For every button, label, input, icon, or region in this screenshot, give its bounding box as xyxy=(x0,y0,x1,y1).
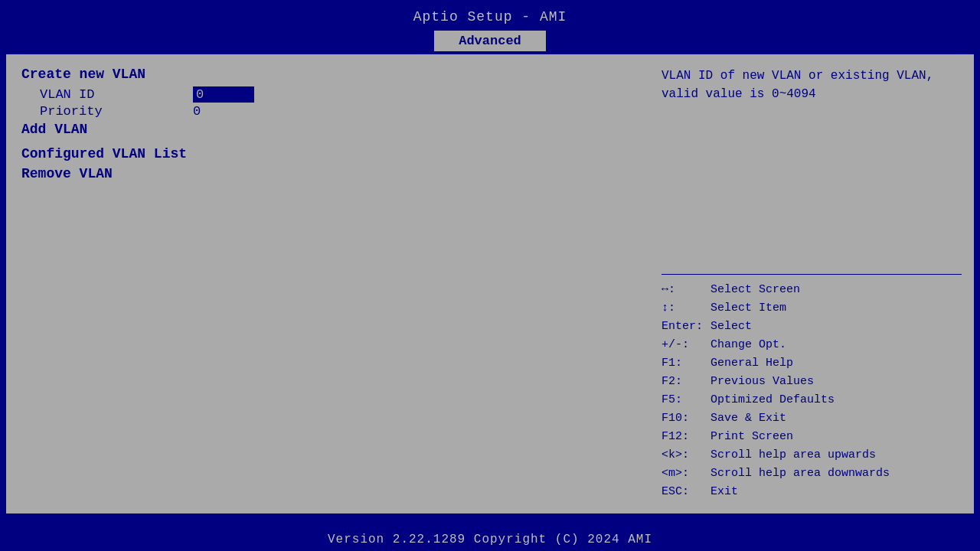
keybinding-key: ↕: xyxy=(662,299,707,318)
main-content: Create new VLAN VLAN ID 0 Priority 0 Add… xyxy=(6,54,974,514)
keybinding-key: F2: xyxy=(662,373,707,391)
keybinding-desc: Select xyxy=(710,318,752,336)
keybinding-key: F1: xyxy=(662,354,707,373)
header-title: Aptio Setup - AMI xyxy=(0,0,980,31)
keybinding-row: F12:Print Screen xyxy=(662,428,962,446)
keybinding-row: F2:Previous Values xyxy=(662,373,962,391)
help-text: VLAN ID of new VLAN or existing VLAN, va… xyxy=(662,67,962,268)
keybinding-key: <k>: xyxy=(662,446,707,465)
keybinding-desc: Exit xyxy=(710,483,738,501)
keybinding-key: <m>: xyxy=(662,465,707,483)
keybinding-desc: Print Screen xyxy=(710,428,793,446)
keybinding-key: +/-: xyxy=(662,336,707,354)
keybinding-desc: Previous Values xyxy=(710,373,814,391)
configured-vlan-title: Configured VLAN List xyxy=(21,146,634,161)
keybinding-key: F10: xyxy=(662,409,707,428)
keybinding-desc: Change Opt. xyxy=(710,336,786,354)
tab-bar: Advanced xyxy=(0,31,980,51)
keybindings-section: ↔:Select Screen↕:Select ItemEnter:Select… xyxy=(662,281,962,501)
keybinding-key: ESC: xyxy=(662,483,707,501)
vlan-id-label: VLAN ID xyxy=(40,87,193,102)
left-panel: Create new VLAN VLAN ID 0 Priority 0 Add… xyxy=(6,54,649,514)
keybinding-desc: Save & Exit xyxy=(710,409,786,428)
keybinding-row: ↕:Select Item xyxy=(662,299,962,318)
keybinding-row: Enter:Select xyxy=(662,318,962,336)
keybinding-desc: General Help xyxy=(710,354,793,373)
priority-row: Priority 0 xyxy=(21,104,634,119)
keybinding-row: +/-:Change Opt. xyxy=(662,336,962,354)
tab-advanced[interactable]: Advanced xyxy=(434,31,546,51)
priority-value: 0 xyxy=(193,104,201,119)
keybinding-row: F10:Save & Exit xyxy=(662,409,962,428)
app-title: Aptio Setup - AMI xyxy=(413,9,567,24)
keybinding-row: <k>:Scroll help area upwards xyxy=(662,446,962,465)
keybinding-desc: Scroll help area upwards xyxy=(710,446,876,465)
keybinding-key: F12: xyxy=(662,428,707,446)
keybinding-key: Enter: xyxy=(662,318,707,336)
keybinding-row: ↔:Select Screen xyxy=(662,281,962,299)
keybinding-desc: Scroll help area downwards xyxy=(710,465,890,483)
panel-divider xyxy=(662,274,962,275)
create-vlan-title: Create new VLAN xyxy=(21,67,634,82)
configured-vlan-section: Configured VLAN List Remove VLAN xyxy=(21,146,634,181)
keybinding-key: F5: xyxy=(662,391,707,409)
keybinding-key: ↔: xyxy=(662,281,707,299)
priority-label: Priority xyxy=(40,104,193,119)
add-vlan-button[interactable]: Add VLAN xyxy=(21,122,634,137)
vlan-id-row: VLAN ID 0 xyxy=(21,86,634,103)
create-vlan-section: Create new VLAN VLAN ID 0 Priority 0 Add… xyxy=(21,67,634,137)
keybinding-row: <m>:Scroll help area downwards xyxy=(662,465,962,483)
keybinding-row: ESC:Exit xyxy=(662,483,962,501)
remove-vlan-button[interactable]: Remove VLAN xyxy=(21,166,634,181)
right-panel: VLAN ID of new VLAN or existing VLAN, va… xyxy=(649,54,974,514)
keybinding-row: F5:Optimized Defaults xyxy=(662,391,962,409)
keybinding-desc: Select Screen xyxy=(710,281,800,299)
footer: Version 2.22.1289 Copyright (C) 2024 AMI xyxy=(0,528,980,551)
vlan-id-value[interactable]: 0 xyxy=(193,86,254,103)
keybinding-desc: Optimized Defaults xyxy=(710,391,835,409)
keybinding-row: F1:General Help xyxy=(662,354,962,373)
keybinding-desc: Select Item xyxy=(710,299,786,318)
footer-text: Version 2.22.1289 Copyright (C) 2024 AMI xyxy=(328,533,652,546)
